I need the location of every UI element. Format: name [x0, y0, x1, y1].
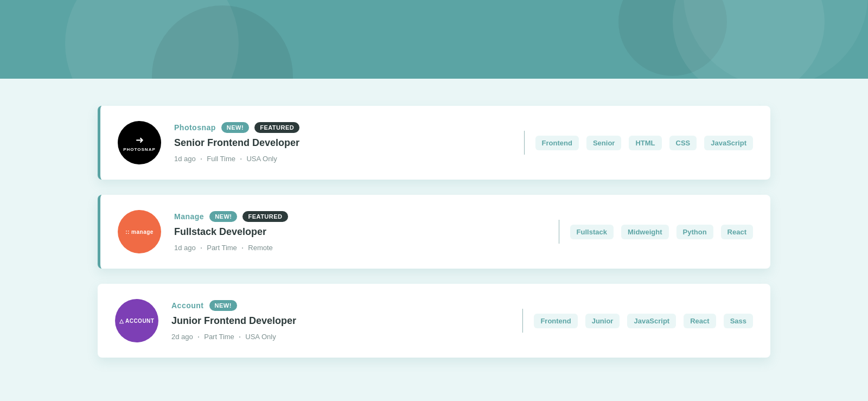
meta-dot-1-1: ·	[200, 154, 202, 164]
divider-1	[524, 131, 525, 155]
company-logo-photosnap: ➜ PHOTOSNAP	[118, 121, 161, 164]
badge-new-2: NEW!	[209, 211, 237, 222]
divider-3	[522, 309, 523, 333]
job-location-2: Remote	[248, 244, 273, 252]
badge-featured-2: FEATURED	[242, 211, 288, 222]
company-name-2: Manage	[174, 212, 204, 221]
tag-react-3[interactable]: React	[684, 314, 716, 328]
company-row-2: ManageNEW!FEATURED	[174, 211, 548, 222]
tags-container-1: FrontendSeniorHTMLCSSJavaScript	[535, 136, 753, 150]
job-title-2[interactable]: Fullstack Developer	[174, 226, 548, 238]
main-content: ➜ PHOTOSNAP PhotosnapNEW!FEATUREDSenior …	[0, 79, 868, 401]
job-meta-3: 2d ago·Part Time·USA Only	[171, 332, 512, 342]
job-type-1: Full Time	[207, 155, 235, 163]
meta-dot-1-3: ·	[197, 332, 200, 342]
job-info-3: AccountNEW!Junior Frontend Developer2d a…	[171, 300, 512, 342]
tags-container-3: FrontendJuniorJavaScriptReactSass	[534, 314, 753, 328]
company-name-1: Photosnap	[174, 123, 216, 132]
tag-fullstack-2[interactable]: Fullstack	[570, 225, 614, 239]
tag-css-1[interactable]: CSS	[669, 136, 697, 150]
hero-banner	[0, 0, 868, 79]
job-info-1: PhotosnapNEW!FEATUREDSenior Frontend Dev…	[174, 122, 513, 164]
job-title-1[interactable]: Senior Frontend Developer	[174, 137, 513, 149]
meta-dot-2-3: ·	[239, 332, 241, 342]
job-title-3[interactable]: Junior Frontend Developer	[171, 315, 512, 327]
job-location-3: USA Only	[245, 333, 276, 341]
job-info-2: ManageNEW!FEATUREDFullstack Developer1d …	[174, 211, 548, 253]
company-row-1: PhotosnapNEW!FEATURED	[174, 122, 513, 133]
divider-2	[559, 220, 559, 244]
meta-dot-2-2: ·	[241, 243, 244, 253]
job-meta-1: 1d ago·Full Time·USA Only	[174, 154, 513, 164]
job-location-1: USA Only	[246, 155, 277, 163]
meta-dot-2-1: ·	[240, 154, 242, 164]
badge-new-1: NEW!	[221, 122, 249, 133]
tag-senior-1[interactable]: Senior	[586, 136, 621, 150]
badge-new-3: NEW!	[209, 300, 237, 311]
tags-container-2: FullstackMidweightPythonReact	[570, 225, 753, 239]
job-posted-3: 2d ago	[171, 333, 193, 341]
tag-frontend-3[interactable]: Frontend	[534, 314, 577, 328]
job-card-2: :: manageManageNEW!FEATUREDFullstack Dev…	[98, 195, 770, 269]
tag-javascript-3[interactable]: JavaScript	[627, 314, 676, 328]
tag-midweight-2[interactable]: Midweight	[621, 225, 669, 239]
company-logo-account: △ ACCOUNT	[115, 299, 158, 342]
tag-python-2[interactable]: Python	[676, 225, 713, 239]
company-name-3: Account	[171, 301, 204, 310]
job-type-2: Part Time	[207, 244, 237, 252]
tag-sass-3[interactable]: Sass	[724, 314, 753, 328]
job-meta-2: 1d ago·Part Time·Remote	[174, 243, 548, 253]
company-row-3: AccountNEW!	[171, 300, 512, 311]
job-type-3: Part Time	[204, 333, 234, 341]
tag-html-1[interactable]: HTML	[629, 136, 661, 150]
job-card-3: △ ACCOUNTAccountNEW!Junior Frontend Deve…	[98, 284, 770, 358]
badge-featured-1: FEATURED	[254, 122, 299, 133]
tag-junior-3[interactable]: Junior	[585, 314, 620, 328]
tag-javascript-1[interactable]: JavaScript	[704, 136, 753, 150]
company-logo-manage: :: manage	[118, 210, 161, 253]
meta-dot-1-2: ·	[200, 243, 202, 253]
tag-react-2[interactable]: React	[721, 225, 753, 239]
job-posted-2: 1d ago	[174, 244, 196, 252]
job-posted-1: 1d ago	[174, 155, 196, 163]
job-card-1: ➜ PHOTOSNAP PhotosnapNEW!FEATUREDSenior …	[98, 106, 770, 180]
tag-frontend-1[interactable]: Frontend	[535, 136, 579, 150]
